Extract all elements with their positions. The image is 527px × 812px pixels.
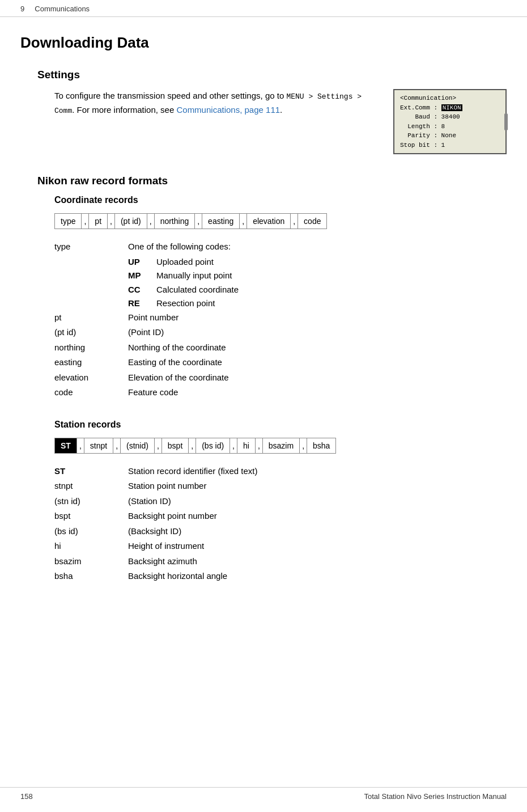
chapter-number: 9 [20, 5, 24, 13]
def-code: code Feature code [54, 386, 507, 399]
def-desc-CC: Calculated coordinate [156, 284, 507, 297]
def-hi: hi Height of instrument [54, 540, 507, 553]
def-desc-bspt: Backsight point number [128, 510, 507, 523]
def-term-ptid: (pt id) [54, 326, 128, 339]
coord-cell-elevation: elevation [247, 214, 291, 229]
settings-text-part3: . [280, 105, 282, 115]
def-term-type: type [54, 240, 128, 253]
def-term-bsha: bsha [54, 570, 128, 583]
device-line-6: Stop bit : 1 [400, 141, 500, 150]
device-line-2: Ext.Comm : NIKON [400, 103, 500, 113]
def-desc-elevation: Elevation of the coordinate [128, 371, 507, 384]
def-desc-bsha: Backsight horizontal angle [128, 570, 507, 583]
def-MP: MP Manually input point [128, 269, 507, 282]
device-line-4: Length : 8 [400, 122, 500, 132]
settings-link[interactable]: Communications, page 111 [176, 105, 280, 115]
coord-comma-1: , [82, 214, 89, 229]
station-format-row: ST , stnpt , (stnid) , bspt , (bs id) , … [54, 438, 336, 454]
def-term-ST: ST [54, 465, 128, 478]
coordinate-records: Coordinate records type , pt , (pt id) ,… [20, 195, 507, 399]
def-term-MP: MP [128, 269, 156, 282]
station-comma-5: , [230, 438, 237, 453]
def-desc-stnid: (Station ID) [128, 495, 507, 508]
def-bsha: bsha Backsight horizontal angle [54, 570, 507, 583]
settings-section: Settings To configure the transmission s… [20, 69, 507, 154]
device-highlight: NIKON [441, 104, 462, 111]
station-comma-6: , [256, 438, 263, 453]
def-UP: UP Uploaded point [128, 256, 507, 269]
station-comma-2: , [113, 438, 121, 453]
def-desc-ptid: (Point ID) [128, 326, 507, 339]
def-elevation: elevation Elevation of the coordinate [54, 371, 507, 384]
def-term-hi: hi [54, 540, 128, 553]
def-desc-hi: Height of instrument [128, 540, 507, 553]
settings-text: To configure the transmission speed and … [54, 89, 393, 117]
def-desc-ST: Station record identifier (fixed text) [128, 465, 507, 478]
def-term-easting: easting [54, 356, 128, 369]
coord-cell-easting: easting [202, 214, 240, 229]
def-bsazim: bsazim Backsight azimuth [54, 555, 507, 568]
coord-comma-4: , [195, 214, 202, 229]
def-desc-northing: Northing of the coordinate [128, 341, 507, 354]
settings-body: To configure the transmission speed and … [54, 89, 507, 154]
def-term-northing: northing [54, 341, 128, 354]
coord-comma-3: , [147, 214, 155, 229]
coord-cell-ptid: (pt id) [115, 214, 147, 229]
device-line-5: Parity : None [400, 131, 500, 141]
def-term-CC: CC [128, 284, 156, 297]
nikon-section: Nikon raw record formats Coordinate reco… [20, 175, 507, 583]
def-term-UP: UP [128, 256, 156, 269]
station-comma-1: , [77, 438, 84, 453]
def-bsid: (bs id) (Backsight ID) [54, 525, 507, 538]
chapter-label: 9 Communications [20, 5, 90, 13]
station-comma-4: , [189, 438, 196, 453]
def-desc-easting: Easting of the coordinate [128, 356, 507, 369]
footer-page-number: 158 [20, 792, 33, 801]
nikon-heading: Nikon raw record formats [37, 175, 507, 187]
device-line-1: <Communication> [400, 94, 500, 103]
station-cell-stnpt: stnpt [84, 438, 113, 453]
station-cell-bspt: bspt [162, 438, 189, 453]
def-desc-bsazim: Backsight azimuth [128, 555, 507, 568]
def-RE: RE Resection point [128, 297, 507, 310]
chapter-title: Communications [35, 5, 90, 13]
station-comma-7: , [300, 438, 307, 453]
def-desc-pt: Point number [128, 311, 507, 324]
coordinate-format-row: type , pt , (pt id) , northing , easting… [54, 213, 327, 229]
def-desc-UP: Uploaded point [156, 256, 507, 269]
def-ST: ST Station record identifier (fixed text… [54, 465, 507, 478]
def-term-bsid: (bs id) [54, 525, 128, 538]
def-bspt: bspt Backsight point number [54, 510, 507, 523]
def-term-stnpt: stnpt [54, 480, 128, 493]
coord-cell-pt: pt [89, 214, 108, 229]
settings-text-part2: . For more information, see [72, 105, 176, 115]
station-definitions: ST Station record identifier (fixed text… [54, 465, 507, 583]
def-northing: northing Northing of the coordinate [54, 341, 507, 354]
def-stnpt: stnpt Station point number [54, 480, 507, 493]
def-term-bspt: bspt [54, 510, 128, 523]
coord-comma-2: , [108, 214, 115, 229]
footer-manual-title: Total Station Nivo Series Instruction Ma… [364, 792, 507, 801]
station-records: Station records ST , stnpt , (stnid) , b… [20, 420, 507, 583]
coord-cell-northing: northing [155, 214, 196, 229]
station-format-row-wrapper: ST , stnpt , (stnid) , bspt , (bs id) , … [54, 438, 507, 454]
coordinate-heading: Coordinate records [54, 195, 507, 205]
def-desc-MP: Manually input point [156, 269, 507, 282]
def-term-stnid: (stn id) [54, 495, 128, 508]
coord-comma-5: , [240, 214, 247, 229]
station-cell-stnid: (stnid) [121, 438, 155, 453]
coordinate-definitions: type One of the following codes: UP Uplo… [54, 240, 507, 399]
station-cell-bsid: (bs id) [196, 438, 230, 453]
coord-cell-type: type [55, 214, 82, 229]
def-easting: easting Easting of the coordinate [54, 356, 507, 369]
def-term-RE: RE [128, 297, 156, 310]
def-desc-code: Feature code [128, 386, 507, 399]
station-comma-3: , [155, 438, 162, 453]
def-desc-stnpt: Station point number [128, 480, 507, 493]
def-desc-RE: Resection point [156, 297, 507, 310]
settings-heading: Settings [37, 69, 507, 81]
def-type: type One of the following codes: [54, 240, 507, 253]
def-term-code: code [54, 386, 128, 399]
coord-cell-code: code [298, 214, 327, 229]
def-term-pt: pt [54, 311, 128, 324]
